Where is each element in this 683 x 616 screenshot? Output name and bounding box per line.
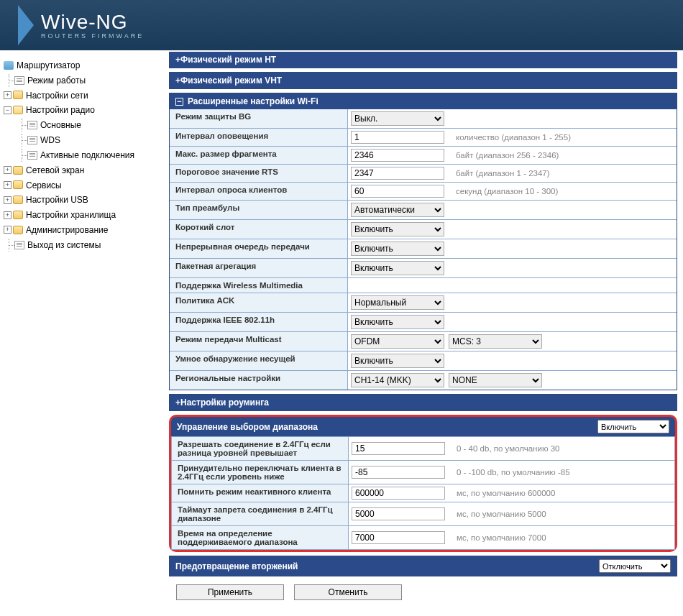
- nav-sidebar: Маршрутизатор Режим работы +Настройки се…: [0, 50, 169, 607]
- tree-item-services[interactable]: +Сервисы: [4, 178, 165, 193]
- section-roaming[interactable]: +Настройки роуминга: [169, 394, 677, 411]
- logo-text: Wive-NG ROUTERS FIRMWARE: [41, 11, 144, 40]
- tree-item-radio[interactable]: −Настройки радио: [4, 102, 165, 117]
- input-rssi-diff[interactable]: [352, 442, 445, 455]
- folder-icon: [13, 166, 23, 175]
- tree-item-firewall[interactable]: +Сетевой экран: [4, 162, 165, 178]
- select-tx-burst[interactable]: Включить: [351, 242, 444, 256]
- intrusion-title: Предотвращение вторжений: [175, 561, 298, 571]
- plus-icon[interactable]: +: [4, 226, 12, 234]
- row-region: Региональные настройки CH1-14 (MKK) NONE: [170, 370, 677, 390]
- input-force-24[interactable]: [352, 466, 445, 479]
- minus-icon[interactable]: −: [4, 106, 12, 114]
- hint-text: мс, по умолчанию 7000: [457, 533, 546, 542]
- select-band-steering-enable[interactable]: Включить: [597, 420, 669, 433]
- row-hold-timeout: Таймаут запрета соединения в 2.4ГГц диап…: [171, 502, 675, 525]
- input-rts-threshold[interactable]: [351, 167, 444, 180]
- plus-icon[interactable]: +: [4, 181, 12, 189]
- main-content: +Физический режим HT +Физический режим V…: [169, 50, 683, 607]
- input-poll-interval[interactable]: [351, 185, 444, 198]
- page-icon: [27, 151, 37, 160]
- plus-icon[interactable]: +: [4, 91, 12, 99]
- plus-icon[interactable]: +: [4, 211, 12, 219]
- page-icon: [14, 76, 24, 85]
- logo-subtitle: ROUTERS FIRMWARE: [41, 32, 144, 40]
- hint-text: секунд (диапазон 10 - 300): [456, 187, 558, 196]
- row-check-time: Время на определение поддерживаемого диа…: [171, 525, 675, 550]
- select-region-5[interactable]: NONE: [449, 373, 542, 387]
- tree-item-storage[interactable]: +Настройки хранилища: [4, 207, 165, 222]
- section-intrusion-prevention: Предотвращение вторжений Отключить: [169, 556, 677, 576]
- select-carrier-detect[interactable]: Включить: [351, 354, 444, 368]
- page-icon: [27, 121, 37, 129]
- folder-icon: [13, 211, 23, 219]
- select-short-slot[interactable]: Включить: [351, 222, 444, 236]
- apply-button[interactable]: Применить: [176, 584, 284, 600]
- hint-text: 0 - 40 db, по умолчанию 30: [457, 444, 560, 453]
- tree-item-radio-basic[interactable]: Основные: [4, 117, 165, 132]
- section-header-wifi-advanced[interactable]: −Расширенные настройки Wi-Fi: [170, 93, 677, 109]
- tree-item-admin[interactable]: +Администрирование: [4, 222, 165, 237]
- cancel-button[interactable]: Отменить: [294, 584, 402, 600]
- row-bg-protection: Режим защиты BG Выкл.: [170, 109, 677, 128]
- select-intrusion-enable[interactable]: Отключить: [599, 559, 671, 573]
- logo-title: Wive-NG: [41, 11, 144, 34]
- input-check-time[interactable]: [352, 531, 445, 544]
- expand-icon[interactable]: +: [175, 397, 180, 408]
- row-wmm: Поддержка Wireless Multimedia: [170, 277, 677, 293]
- page-icon: [14, 241, 24, 249]
- row-force-24: Принудительно переключать клиента в 2.4Г…: [171, 460, 675, 484]
- row-packet-aggregation: Пакетная агрегация Включить: [170, 258, 677, 277]
- row-poll-interval: Интервал опроса клиентов секунд (диапазо…: [170, 182, 677, 200]
- tree-item-radio-wds[interactable]: WDS: [4, 132, 165, 147]
- row-beacon-interval: Интервал оповещения количество (диапазон…: [170, 128, 677, 146]
- row-short-slot: Короткий слот Включить: [170, 219, 677, 239]
- section-header-band-steering: Управление выбором диапазона Включить: [171, 417, 675, 436]
- expand-icon[interactable]: +: [175, 75, 180, 86]
- input-beacon-interval[interactable]: [351, 131, 444, 144]
- row-tx-burst: Непрерывная очередь передачи Включить: [170, 239, 677, 258]
- hint-text: количество (диапазон 1 - 255): [456, 133, 571, 142]
- select-multicast-phy[interactable]: OFDM: [351, 334, 444, 349]
- section-phy-vht[interactable]: +Физический режим VHT: [169, 72, 677, 89]
- app-header: Wive-NG ROUTERS FIRMWARE: [0, 0, 683, 50]
- select-80211h[interactable]: Включить: [351, 315, 444, 329]
- band-steering-title: Управление выбором диапазона: [177, 422, 318, 432]
- hint-text: байт (диапазон 256 - 2346): [456, 151, 559, 160]
- select-packet-aggregation[interactable]: Включить: [351, 261, 444, 275]
- select-preamble[interactable]: Автоматически: [351, 203, 444, 217]
- hint-text: мс, по умолчанию 600000: [457, 489, 555, 497]
- row-preamble: Тип преамбулы Автоматически: [170, 200, 677, 219]
- tree-item-radio-active[interactable]: Активные подключения: [4, 147, 165, 162]
- plus-icon[interactable]: +: [4, 166, 12, 174]
- input-idle-remember[interactable]: [352, 487, 445, 500]
- row-fragment-size: Макс. размер фрагмента байт (диапазон 25…: [170, 146, 677, 164]
- row-rssi-diff: Разрешать соединение в 2.4ГГц если разни…: [171, 436, 675, 460]
- input-fragment-size[interactable]: [351, 149, 444, 162]
- expand-icon[interactable]: +: [175, 55, 180, 65]
- input-hold-timeout[interactable]: [352, 507, 445, 520]
- tree-root[interactable]: Маршрутизатор: [4, 58, 165, 73]
- folder-open-icon: [13, 106, 23, 114]
- select-ack-policy[interactable]: Нормальный: [351, 295, 444, 310]
- select-bg-protection[interactable]: Выкл.: [351, 111, 444, 126]
- row-idle-remember: Помнить режим неактивного клиента мс, по…: [171, 484, 675, 502]
- select-region-24[interactable]: CH1-14 (MKK): [351, 373, 444, 387]
- folder-icon: [13, 226, 23, 234]
- section-phy-ht[interactable]: +Физический режим HT: [169, 52, 677, 68]
- page-icon: [27, 136, 37, 144]
- row-80211h: Поддержка IEEE 802.11h Включить: [170, 312, 677, 331]
- hint-text: мс, по умолчанию 5000: [457, 510, 546, 518]
- plus-icon[interactable]: +: [4, 196, 12, 204]
- logo-chevron-icon: [18, 5, 34, 45]
- section-band-steering-highlight: Управление выбором диапазона Включить Ра…: [169, 415, 677, 552]
- collapse-icon[interactable]: −: [175, 98, 183, 106]
- action-buttons: Применить Отменить: [169, 580, 677, 603]
- select-multicast-mcs[interactable]: MCS: 3: [449, 334, 542, 349]
- tree-item-usb[interactable]: +Настройки USB: [4, 192, 165, 207]
- tree-item-mode[interactable]: Режим работы: [4, 73, 165, 88]
- router-icon: [4, 61, 14, 70]
- tree-item-network[interactable]: +Настройки сети: [4, 88, 165, 103]
- tree-item-logout[interactable]: Выход из системы: [4, 237, 165, 252]
- folder-icon: [13, 91, 23, 99]
